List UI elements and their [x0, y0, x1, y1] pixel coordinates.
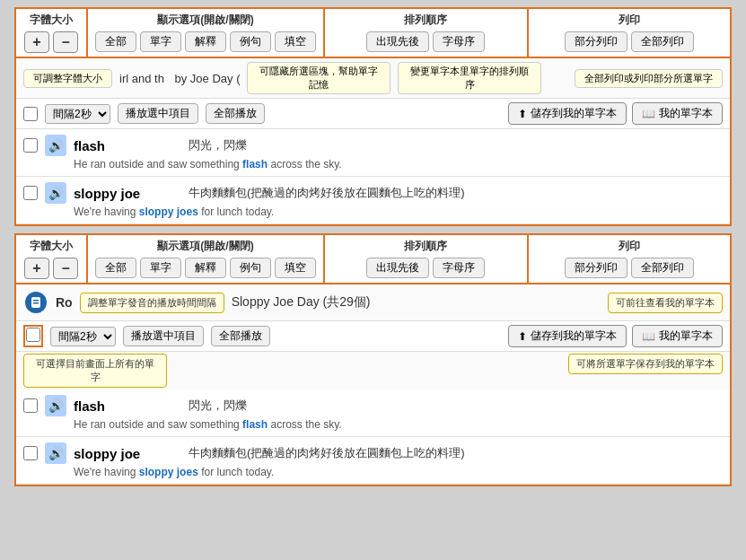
table-row: 🔊 flash 閃光，閃爍 He ran outside and saw som…	[16, 389, 730, 437]
select-all-checkbox1[interactable]	[23, 107, 38, 121]
display-options-section: 顯示選項(開啟/關閉) 全部 單字 解釋 例句 填空	[88, 9, 325, 57]
upload-icon2: ⬆	[518, 330, 527, 343]
save-selected-tooltip: 可將所選單字保存到我的單字本	[568, 354, 723, 374]
tooltip-row: 可選擇目前畫面上所有的單字 可將所選單字保存到我的單字本	[16, 352, 730, 389]
select-all-checkbox2[interactable]	[26, 328, 40, 342]
word-checkbox2a[interactable]	[23, 398, 38, 413]
print-partial-button[interactable]: 部分列印	[565, 31, 628, 52]
panel1: 字體大小 + － 顯示選項(開啟/關閉) 全部 單字 解釋 例句 填空	[7, 7, 739, 226]
word-highlight2a: flash	[242, 418, 268, 431]
display-fill-button[interactable]: 填空	[275, 31, 316, 52]
interval-tooltip: 調整單字發音的播放時間間隔	[80, 293, 224, 313]
view-book-tooltip: 可前往查看我的單字本	[608, 293, 723, 313]
sort-change-tooltip: 變更單字本里單字的排列順序	[398, 62, 541, 94]
print-label2: 列印	[619, 239, 640, 254]
display-example-button[interactable]: 例句	[230, 31, 271, 52]
display-word-button2[interactable]: 單字	[140, 258, 181, 278]
sort-buttons2: 出現先後 字母序	[366, 258, 485, 278]
display-options-label: 顯示選項(開啟/關閉)	[157, 13, 253, 28]
display-options-section2: 顯示選項(開啟/關閉) 全部 單字 解釋 例句 填空	[88, 235, 325, 283]
my-book-button2[interactable]: 📖 我的單字本	[632, 325, 723, 347]
sort-label2: 排列順序	[404, 239, 447, 254]
display-buttons: 全部 單字 解釋 例句 填空	[95, 31, 316, 52]
font-size-tooltip-inline: 可調整字體大小	[23, 69, 112, 88]
print-buttons2: 部分列印 全部列印	[565, 258, 694, 278]
interval-select2[interactable]: 間隔2秒	[50, 327, 116, 346]
word-highlight2b: sloppy joes	[139, 466, 198, 478]
word-checkbox[interactable]	[23, 138, 38, 153]
my-book-button1[interactable]: 📖 我的單字本	[632, 102, 723, 125]
word-example: He ran outside and saw something flash a…	[74, 158, 723, 171]
sub-toolbar1: 可調整字體大小 irl and th by Joe Day ( 可隱藏所選區塊，…	[16, 58, 730, 99]
sort-alpha-button2[interactable]: 字母序	[433, 258, 485, 278]
font-size-minus-button[interactable]: －	[53, 31, 78, 53]
audio-icon[interactable]: 🔊	[45, 135, 66, 156]
word-english: sloppy joe	[74, 186, 181, 201]
book-icon: 📖	[642, 108, 655, 120]
word-example2b: We're having sloppy joes for lunch today…	[74, 466, 723, 478]
display-buttons2: 全部 單字 解釋 例句 填空	[95, 258, 316, 278]
font-size-label2: 字體大小	[30, 239, 73, 254]
word-list1: 🔊 flash 閃光，閃爍 He ran outside and saw som…	[16, 129, 730, 224]
play-all-button2[interactable]: 全部播放	[211, 326, 270, 346]
play-selected-button1[interactable]: 播放選中項目	[118, 103, 198, 124]
font-size-plus-button2[interactable]: +	[24, 258, 49, 279]
panel1-container: 字體大小 + － 顯示選項(開啟/關閉) 全部 單字 解釋 例句 填空	[14, 7, 732, 226]
select-all-tooltip: 可選擇目前畫面上所有的單字	[23, 354, 167, 388]
audio-icon2b[interactable]: 🔊	[45, 442, 66, 464]
word-example2a: He ran outside and saw something flash a…	[74, 418, 723, 431]
word-example: We're having sloppy joes for lunch today…	[74, 206, 723, 218]
controls-row1: 間隔2秒 播放選中項目 全部播放 ⬆ 儲存到我的單字本 📖 我的單字本	[16, 99, 730, 129]
word-english: flash	[74, 138, 181, 153]
font-size-plus-button[interactable]: +	[24, 31, 49, 53]
upload-icon: ⬆	[518, 108, 527, 120]
word-checkbox[interactable]	[23, 186, 38, 200]
save-to-book-button1[interactable]: ⬆ 儲存到我的單字本	[508, 102, 627, 125]
sort-label: 排列順序	[404, 13, 447, 28]
display-options-label2: 顯示選項(開啟/關閉)	[157, 239, 253, 254]
display-word-button[interactable]: 單字	[140, 31, 181, 52]
word-chinese2a: 閃光，閃爍	[189, 398, 247, 414]
sort-section: 排列順序 出現先後 字母序	[325, 9, 529, 57]
book-title1: irl and th	[119, 72, 164, 85]
sort-buttons: 出現先後 字母序	[366, 31, 485, 52]
print-partial-button2[interactable]: 部分列印	[565, 258, 628, 278]
audio-icon2a[interactable]: 🔊	[45, 395, 66, 416]
print-all-button[interactable]: 全部列印	[631, 31, 694, 52]
print-label: 列印	[619, 13, 640, 28]
panel2: 字體大小 + － 顯示選項(開啟/關閉) 全部 單字 解釋 例句 填空 排列順序	[7, 233, 739, 486]
word-checkbox2b[interactable]	[23, 446, 38, 460]
play-all-button1[interactable]: 全部播放	[206, 103, 265, 124]
font-size-section2: 字體大小 + －	[16, 235, 88, 283]
display-all-button2[interactable]: 全部	[95, 258, 136, 278]
display-def-button[interactable]: 解釋	[185, 31, 226, 52]
right-buttons1: ⬆ 儲存到我的單字本 📖 我的單字本	[508, 102, 723, 125]
display-all-button[interactable]: 全部	[95, 31, 136, 52]
print-all-tooltip: 全部列印或列印部分所選單字	[575, 69, 723, 88]
book-subtitle1: by Joe Day (	[171, 72, 241, 85]
panel2-container: 字體大小 + － 顯示選項(開啟/關閉) 全部 單字 解釋 例句 填空 排列順序	[14, 233, 732, 486]
print-buttons: 部分列印 全部列印	[565, 31, 694, 52]
book-logo-icon	[23, 290, 48, 315]
display-def-button2[interactable]: 解釋	[185, 258, 226, 278]
sort-order-button[interactable]: 出現先後	[366, 31, 429, 52]
display-fill-button2[interactable]: 填空	[275, 258, 316, 278]
display-example-button2[interactable]: 例句	[230, 258, 271, 278]
sort-alpha-button[interactable]: 字母序	[433, 31, 485, 52]
font-size-label: 字體大小	[30, 13, 73, 28]
save-to-book-button2[interactable]: ⬆ 儲存到我的單字本	[508, 325, 627, 347]
font-size-section: 字體大小 + －	[16, 9, 88, 57]
print-all-button2[interactable]: 全部列印	[631, 258, 694, 278]
word-highlight: sloppy joes	[139, 206, 198, 218]
interval-select1[interactable]: 間隔2秒	[45, 104, 110, 124]
sort-order-button2[interactable]: 出現先後	[366, 258, 429, 278]
audio-icon[interactable]: 🔊	[45, 182, 66, 204]
svg-rect-3	[33, 302, 39, 304]
table-row: 🔊 flash 閃光，閃爍 He ran outside and saw som…	[16, 129, 730, 177]
print-section2: 列印 部分列印 全部列印	[529, 235, 731, 283]
toolbar2: 字體大小 + － 顯示選項(開啟/關閉) 全部 單字 解釋 例句 填空 排列順序	[16, 235, 730, 284]
play-selected-button2[interactable]: 播放選中項目	[123, 326, 204, 346]
table-row: 🔊 sloppy joe 牛肉麵麵包(把醃過的肉烤好後放在圓麵包上吃的料理) W…	[16, 437, 730, 485]
book-subtitle2: Sloppy Joe Day (共29個)	[232, 294, 371, 311]
font-size-minus-button2[interactable]: －	[53, 258, 78, 279]
